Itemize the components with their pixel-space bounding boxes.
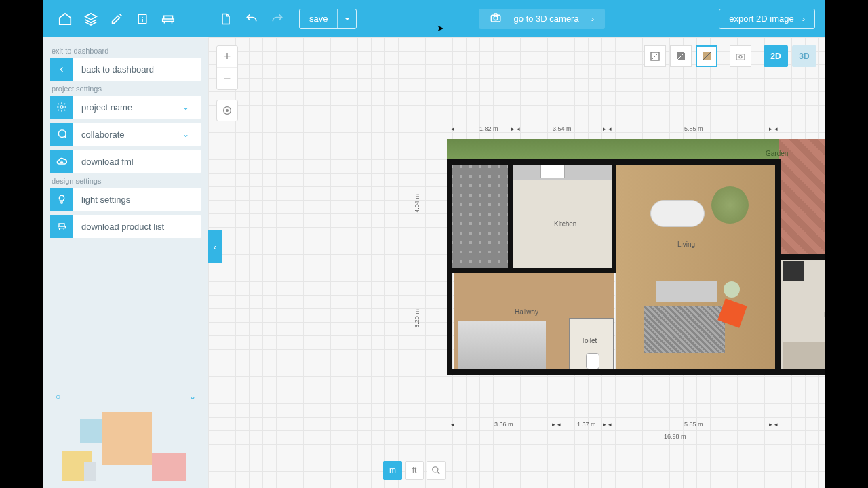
view-mode-wireframe[interactable] — [644, 45, 666, 67]
thumbnail-canvas — [56, 407, 196, 481]
save-button[interactable]: save — [300, 9, 337, 28]
product-list-row[interactable]: download product list — [50, 215, 201, 238]
sofa — [656, 281, 717, 302]
back-to-dashboard-button[interactable]: ‹ back to dashboard — [50, 58, 201, 81]
round-table — [724, 281, 740, 298]
goto-3d-label: go to 3D camera — [514, 14, 579, 24]
dim-bot-2: 5.85 m — [684, 421, 703, 428]
project-group-label: project settings — [52, 85, 201, 93]
project-icon[interactable] — [57, 11, 73, 27]
product-list-label: download product list — [73, 222, 201, 232]
svg-rect-13 — [736, 54, 745, 60]
export-label: export 2D image — [729, 14, 793, 24]
recenter-button[interactable] — [216, 100, 238, 121]
light-icon — [50, 188, 73, 211]
svg-point-14 — [739, 56, 742, 58]
view-2d-button[interactable]: 2D — [764, 45, 788, 67]
rug — [644, 306, 725, 353]
dim-bot-1: 1.37 m — [577, 421, 596, 428]
hallway-label: Hallway — [515, 308, 538, 316]
dim-bot-0: 3.36 m — [494, 421, 513, 428]
search-icon[interactable] — [427, 461, 446, 480]
camera-icon — [490, 12, 502, 26]
unit-meters-button[interactable]: m — [383, 461, 402, 480]
svg-point-15 — [433, 467, 438, 472]
project-name-label: project name — [73, 102, 182, 113]
chevron-right-icon: › — [802, 14, 805, 24]
collaborate-label: collaborate — [73, 129, 182, 140]
view-mode-textured[interactable] — [696, 45, 717, 67]
back-icon: ‹ — [50, 58, 73, 81]
living-label: Living — [677, 241, 695, 248]
dim-total: 16.98 m — [664, 433, 686, 440]
redo-icon[interactable] — [269, 11, 285, 27]
new-file-icon[interactable] — [218, 11, 234, 27]
wardrobe — [783, 342, 825, 369]
floor-plan[interactable]: 1.82 m 3.54 m 5.85 m 4.48 m ◂ ▸ ◂ ▸ ◂ ▸ … — [447, 139, 825, 414]
chevron-down-icon: ⌄ — [182, 129, 201, 139]
svg-line-9 — [651, 52, 659, 60]
exit-group-label: exit to dashboard — [52, 47, 201, 55]
zoom-in-button[interactable]: + — [217, 46, 237, 68]
svg-point-7 — [226, 110, 229, 112]
view-3d-button[interactable]: 3D — [792, 45, 816, 67]
svg-point-1 — [142, 16, 143, 18]
zoom-out-button[interactable]: − — [217, 68, 237, 89]
svg-point-5 — [60, 106, 63, 108]
chat-icon — [50, 123, 73, 146]
save-dropdown[interactable] — [337, 9, 356, 28]
undo-icon[interactable] — [243, 11, 260, 27]
layers-icon[interactable] — [83, 11, 99, 27]
project-name-row[interactable]: project name ⌄ — [50, 96, 201, 119]
dining-table — [650, 200, 705, 227]
light-label: light settings — [73, 195, 201, 205]
view-mode-2[interactable] — [670, 45, 692, 67]
tv — [783, 261, 804, 281]
chevron-right-icon: › — [591, 14, 594, 24]
floor-indicator-icon: ○ — [56, 392, 60, 404]
unit-feet-button[interactable]: ft — [405, 461, 424, 480]
bedroom-label: Bedroom — [824, 311, 825, 319]
svg-point-4 — [494, 16, 498, 20]
light-settings-row[interactable]: light settings — [50, 188, 201, 211]
plant-icon — [711, 186, 749, 224]
stairs — [458, 321, 546, 369]
toilet-label: Toilet — [581, 337, 597, 344]
stove — [540, 163, 565, 178]
dim-left-0: 4.04 m — [414, 194, 420, 213]
screenshot-button[interactable] — [730, 45, 751, 67]
floor-thumbnail[interactable]: ○ ⌄ — [50, 386, 201, 481]
dim-top-0: 1.82 m — [479, 125, 498, 132]
build-icon[interactable] — [108, 11, 125, 27]
garden-label: Garden — [766, 150, 788, 157]
collapse-sidebar-button[interactable]: ‹ — [208, 230, 222, 263]
info-icon[interactable] — [134, 11, 151, 27]
dim-top-1: 3.54 m — [553, 125, 572, 132]
design-group-label: design settings — [52, 177, 201, 185]
collaborate-row[interactable]: collaborate ⌄ — [50, 123, 201, 146]
download-fml-label: download fml — [73, 157, 201, 167]
goto-3d-camera-button[interactable]: go to 3D camera › — [479, 9, 605, 29]
kitchen-label: Kitchen — [554, 220, 576, 228]
toilet-fixture — [586, 353, 599, 369]
download-fml-row[interactable]: download fml — [50, 150, 201, 173]
dim-top-2: 5.85 m — [684, 125, 703, 132]
chevron-down-icon: ⌄ — [182, 102, 201, 112]
chevron-down-icon: ⌄ — [189, 392, 196, 404]
stone-room — [447, 162, 508, 270]
chair-icon — [50, 215, 73, 238]
back-label: back to dashboard — [73, 64, 201, 75]
cloud-download-icon — [50, 150, 73, 173]
export-2d-button[interactable]: export 2D image › — [719, 9, 815, 29]
gear-icon — [50, 96, 73, 119]
svg-rect-2 — [142, 19, 143, 22]
dim-left-1: 3.20 m — [414, 309, 420, 328]
furniture-icon[interactable] — [160, 11, 176, 27]
